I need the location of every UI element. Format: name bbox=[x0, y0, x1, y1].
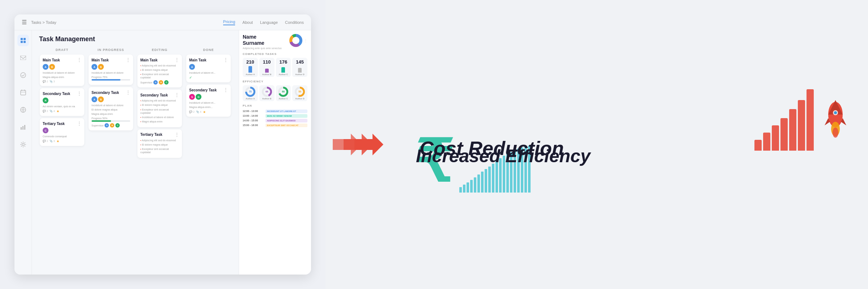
sidebar-icon-chart[interactable] bbox=[17, 121, 29, 133]
progress-label: Progress 75% bbox=[92, 76, 130, 78]
right-panel: ₹ Cost Reduction bbox=[398, 117, 868, 172]
comment-count: 💬 2 bbox=[189, 111, 195, 113]
avatar: A bbox=[189, 64, 195, 70]
column-done: DONE Main Task ⋮ A Incididunt ut labore … bbox=[184, 46, 233, 269]
sidebar-icon-mail[interactable] bbox=[17, 52, 29, 64]
hamburger-icon[interactable]: ☰ bbox=[22, 19, 27, 26]
sidebar-icon-check[interactable] bbox=[17, 69, 29, 81]
plan-task: BENI AD MINIM VENIAM bbox=[265, 114, 307, 118]
nav-links: Pricing About Language Conditions bbox=[223, 20, 304, 25]
card-menu-icon[interactable]: ⋮ bbox=[175, 132, 179, 137]
eff-value-a: 75 bbox=[247, 89, 254, 95]
card-text: Ad minim veniam, quis ex ea bbox=[43, 105, 81, 108]
completed-tasks-label: COMPLETED TASKS bbox=[243, 52, 307, 56]
avatar: C bbox=[43, 128, 48, 133]
card-progress-2: Secondary Task ⋮ A B Incididunt ut labor… bbox=[89, 87, 133, 130]
card-title-text: Tertiary Task bbox=[43, 122, 65, 126]
card-text: Magna aliqua enim... bbox=[189, 105, 228, 109]
eff-circle-b: 44 bbox=[262, 87, 272, 97]
card-text: El dolore magna aliqua bbox=[92, 108, 130, 111]
author-count: 210 bbox=[244, 59, 256, 65]
card-text: Magna aliqua enim bbox=[92, 112, 130, 116]
eff-circle-a: 75 bbox=[245, 87, 255, 97]
star-icon: ★ bbox=[56, 109, 59, 113]
card-menu-icon[interactable]: ⋮ bbox=[175, 57, 179, 62]
card-menu-icon[interactable]: ⋮ bbox=[224, 87, 228, 92]
svg-rect-2 bbox=[21, 41, 23, 43]
svg-marker-17 bbox=[354, 134, 383, 155]
svg-rect-0 bbox=[21, 38, 23, 40]
card-text: • El dolore magna alique bbox=[140, 103, 179, 107]
card-draft-3: Tertiary Task ⋮ C Commodo consequat 💬 2 … bbox=[40, 118, 84, 146]
column-header-in-progress: IN PROGRESS bbox=[89, 46, 133, 55]
avatar: B bbox=[49, 64, 55, 70]
efficiency-row: 75 Author A 44 Author B 68 bbox=[243, 85, 307, 101]
card-text: Incididunt ut labore et dolore bbox=[92, 104, 130, 107]
card-menu-icon[interactable]: ⋮ bbox=[77, 91, 81, 96]
plan-label: PLAN bbox=[243, 104, 307, 107]
avatar: A bbox=[92, 64, 97, 70]
nav-link-about[interactable]: About bbox=[242, 20, 253, 25]
card-menu-icon[interactable]: ⋮ bbox=[126, 57, 130, 62]
avatar: A bbox=[43, 64, 48, 70]
author-bar bbox=[298, 68, 302, 73]
sidebar-icon-globe[interactable] bbox=[17, 104, 29, 116]
card-menu-icon[interactable]: ⋮ bbox=[175, 92, 179, 98]
sidebar-icon-calendar[interactable] bbox=[17, 87, 29, 98]
author-count: 176 bbox=[277, 59, 290, 65]
card-menu-icon[interactable]: ⋮ bbox=[224, 57, 228, 62]
card-editing-3: Tertiary Task ⋮ • Adipiscing elit sed do… bbox=[137, 129, 182, 158]
avatar: S bbox=[189, 94, 195, 100]
author-b-stats: 110 Author B bbox=[259, 58, 275, 77]
column-in-progress: IN PROGRESS Main Task ⋮ A B Incididunt u… bbox=[86, 46, 135, 269]
card-text: • Magni aliqua enim bbox=[140, 120, 179, 123]
avatar: A bbox=[92, 96, 97, 102]
supervisor-avatar: A bbox=[153, 80, 158, 85]
card-editing-2: Secondary Task ⋮ • Adipiscing elit sed d… bbox=[137, 90, 182, 127]
plan-time: 13:00 - 14:00 bbox=[243, 115, 264, 117]
comment-count: 💬 2 bbox=[43, 80, 48, 83]
sidebar-icon-settings[interactable] bbox=[17, 139, 29, 150]
card-menu-icon[interactable]: ⋮ bbox=[77, 57, 81, 62]
svg-rect-3 bbox=[24, 41, 26, 43]
card-draft-1: Main Task ⋮ A B Incididunt ut labore et … bbox=[40, 55, 84, 86]
nav-link-pricing[interactable]: Pricing bbox=[223, 20, 235, 25]
card-text: Incididunt ut labore et... bbox=[189, 101, 228, 104]
efficiency-label: EFFICIENCY bbox=[243, 80, 307, 83]
plan-task: ADIPISCING ELIT EIUSMOD bbox=[265, 119, 307, 122]
check-icon: ✓ bbox=[189, 76, 192, 79]
author-label: Author D bbox=[294, 98, 306, 100]
eff-author-c: 68 Author C bbox=[276, 85, 291, 101]
svg-rect-6 bbox=[21, 90, 26, 95]
stats-menu-icon[interactable]: ⋮ bbox=[304, 39, 307, 43]
author-label: Author B bbox=[261, 73, 273, 76]
user-subtitle: Adipiscing ante quis ante senectus bbox=[243, 47, 282, 49]
card-title-text: Tertiary Task bbox=[140, 133, 162, 137]
main-content: Task Management DRAFT Main Task ⋮ A bbox=[32, 30, 239, 275]
card-text: • Adipiscing elit sed do eiusmod bbox=[140, 64, 179, 67]
card-title-text: Main Task bbox=[189, 58, 207, 62]
sidebar-icon-grid[interactable] bbox=[17, 35, 29, 46]
author-label: Author A bbox=[244, 98, 256, 100]
card-text: • Excepteur sint occaecat cupidatat bbox=[140, 73, 179, 79]
eff-author-a: 75 Author A bbox=[243, 85, 258, 101]
card-menu-icon[interactable]: ⋮ bbox=[77, 121, 81, 126]
card-title-text: Secondary Task bbox=[92, 91, 119, 95]
plan-task: EXCEPTEUR SINT OCCAECAT bbox=[265, 124, 307, 127]
card-done-2: Secondary Task ⋮ S G Incididunt ut labor… bbox=[186, 85, 231, 117]
author-label: Author C bbox=[277, 73, 290, 76]
column-header-draft: DRAFT bbox=[40, 46, 84, 55]
attachment-count: 📎 3 bbox=[50, 80, 55, 83]
nav-link-language[interactable]: Language bbox=[260, 20, 278, 25]
author-bar bbox=[248, 66, 252, 73]
card-editing-1: Main Task ⋮ • Adipiscing elit sed do eiu… bbox=[137, 55, 182, 87]
author-count: 110 bbox=[261, 59, 273, 65]
supervisor-label: Supervisor bbox=[92, 124, 103, 127]
card-text: Incididunt ut labore et dolore bbox=[92, 71, 130, 74]
card-text: • El dolore magna alique bbox=[140, 143, 179, 146]
nav-link-conditions[interactable]: Conditions bbox=[285, 20, 304, 25]
plan-section: 12:00 - 13:00 INCIDIDUNT UT LABORE ET 13… bbox=[243, 109, 307, 127]
plan-row-1: 12:00 - 13:00 INCIDIDUNT UT LABORE ET bbox=[243, 109, 307, 113]
card-menu-icon[interactable]: ⋮ bbox=[126, 90, 130, 95]
arrow-graphic bbox=[333, 132, 391, 157]
